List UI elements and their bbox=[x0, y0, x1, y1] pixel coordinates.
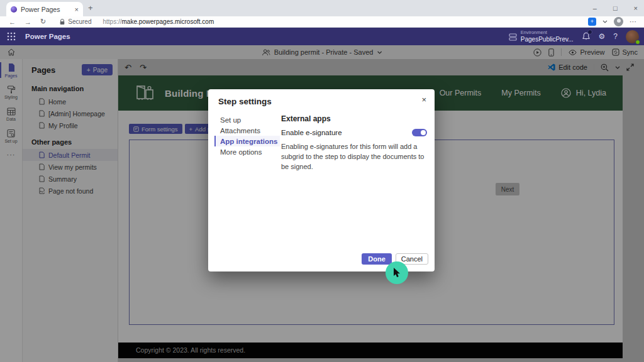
external-apps-heading: External apps bbox=[281, 114, 427, 123]
dialog-tab-more-options[interactable]: More options bbox=[214, 146, 280, 157]
browser-tab[interactable]: Power Pages × bbox=[6, 2, 83, 16]
done-button[interactable]: Done bbox=[362, 253, 392, 265]
user-avatar[interactable] bbox=[626, 30, 639, 43]
url-host: make.powerpages.microsoft.com bbox=[121, 18, 214, 25]
waffle-icon[interactable] bbox=[7, 32, 16, 41]
toggle-knob bbox=[421, 130, 426, 135]
app-header: Power Pages Environment PagesPublicPrev.… bbox=[0, 28, 644, 45]
reload-icon[interactable]: ↻ bbox=[40, 18, 46, 26]
click-indicator bbox=[386, 261, 408, 284]
e-signature-toggle[interactable] bbox=[412, 129, 427, 136]
environment-icon bbox=[509, 33, 517, 41]
e-signature-label: Enable e-signature bbox=[281, 129, 342, 136]
browser-urlbar: ← → ↻ Secured https://make.powerpages.mi… bbox=[0, 16, 644, 28]
back-icon[interactable]: ← bbox=[9, 18, 16, 26]
new-tab-button[interactable]: + bbox=[88, 3, 93, 13]
window-controls: – □ × bbox=[593, 0, 638, 16]
dialog-tab-set-up[interactable]: Set up bbox=[214, 114, 280, 125]
extension-icon[interactable]: + bbox=[588, 18, 596, 26]
screen: Power Pages × + – □ × ← → ↻ Secured http… bbox=[0, 0, 644, 362]
product-title[interactable]: Power Pages bbox=[25, 33, 70, 40]
forward-icon[interactable]: → bbox=[25, 18, 31, 26]
window-minimize-icon[interactable]: – bbox=[593, 4, 597, 12]
url-text[interactable]: https://make.powerpages.microsoft.com bbox=[103, 18, 214, 25]
environment-label: Environment bbox=[521, 30, 574, 36]
e-signature-description: Enabling e-signatures for this form will… bbox=[281, 142, 427, 172]
cursor-icon bbox=[393, 268, 401, 278]
site-security[interactable]: Secured bbox=[60, 18, 91, 25]
window-maximize-icon[interactable]: □ bbox=[613, 4, 618, 12]
dialog-title: Step settings bbox=[218, 97, 272, 106]
environment-picker[interactable]: Environment PagesPublicPrev... bbox=[509, 30, 574, 43]
environment-name: PagesPublicPrev... bbox=[521, 36, 574, 43]
url-scheme: https:// bbox=[103, 18, 121, 25]
dialog-tab-app-integrations[interactable]: App integrations bbox=[214, 136, 280, 146]
notification-badge bbox=[587, 30, 592, 35]
app-header-actions: Environment PagesPublicPrev... ⚙ ? bbox=[509, 30, 644, 43]
settings-gear-icon[interactable]: ⚙ bbox=[599, 32, 606, 41]
urlbar-actions: + ⋯ bbox=[588, 17, 644, 26]
tab-close-icon[interactable]: × bbox=[75, 6, 79, 13]
chevron-down-icon[interactable] bbox=[602, 20, 608, 23]
dialog-content: External apps Enable e-signature Enablin… bbox=[281, 114, 427, 172]
security-label: Secured bbox=[68, 18, 91, 25]
browser-profile-avatar[interactable] bbox=[614, 17, 623, 26]
presence-dot bbox=[635, 40, 640, 45]
dialog-tab-attachments[interactable]: Attachments bbox=[214, 125, 280, 136]
dialog-close-icon[interactable]: × bbox=[421, 95, 426, 104]
e-signature-row: Enable e-signature bbox=[281, 129, 427, 136]
help-icon[interactable]: ? bbox=[613, 32, 618, 41]
browser-more-icon[interactable]: ⋯ bbox=[630, 18, 636, 26]
lock-icon bbox=[60, 19, 65, 25]
step-settings-dialog: Step settings × Set up Attachments App i… bbox=[208, 89, 435, 272]
power-pages-favicon-icon bbox=[11, 6, 17, 13]
window-close-icon[interactable]: × bbox=[634, 4, 638, 12]
notifications-button[interactable] bbox=[582, 32, 591, 41]
tab-title: Power Pages bbox=[21, 6, 71, 13]
dialog-tab-list: Set up Attachments App integrations More… bbox=[214, 114, 280, 157]
browser-titlebar: Power Pages × + – □ × bbox=[0, 0, 644, 16]
